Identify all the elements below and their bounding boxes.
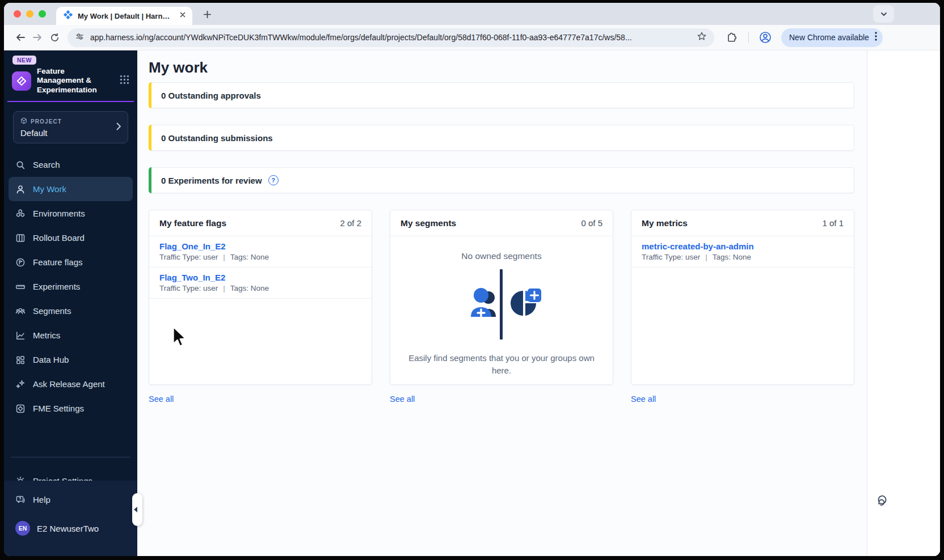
sidebar-item-label: Experiments [33, 282, 80, 291]
segments-empty-illustration [456, 267, 547, 344]
my-feature-flags-card: My feature flags 2 of 2 Flag_One_In_E2 T… [149, 210, 372, 385]
chrome-update-label: New Chrome available [789, 33, 869, 42]
tab-title: My Work | Default | Harness [78, 12, 174, 20]
flag-link[interactable]: Flag_Two_In_E2 [159, 273, 361, 282]
address-bar[interactable]: app.harness.io/ng/account/YWdkwNPiTceDUK… [68, 28, 714, 47]
sidebar-divider [11, 457, 130, 457]
card-count: 2 of 2 [340, 218, 361, 228]
sidebar-item-segments[interactable]: Segments [9, 299, 133, 323]
sidebar-item-metrics[interactable]: Metrics [9, 323, 133, 347]
sidebar: NEW Feature Management & Experimentation [4, 50, 137, 556]
sidebar-item-feature-flags[interactable]: Feature flags [9, 250, 133, 274]
browser-menu-icon[interactable] [875, 32, 877, 43]
see-all-metrics-link[interactable]: See all [631, 394, 656, 404]
sidebar-item-help[interactable]: Help [9, 487, 133, 512]
person-plus-glyph [471, 288, 496, 317]
url-text[interactable]: app.harness.io/ng/account/YWdkwNPiTceDUK… [90, 33, 691, 42]
tab-search-button[interactable] [873, 5, 894, 23]
my-metrics-card: My metrics 1 of 1 metric-created-by-an-a… [631, 210, 854, 385]
sidebar-accent-line [7, 101, 134, 102]
see-all-segments-link[interactable]: See all [390, 394, 415, 404]
extensions-icon[interactable] [723, 29, 740, 46]
browser-tab[interactable]: My Work | Default | Harness [56, 7, 192, 25]
empty-state-caption: Easily find segments that you or your gr… [402, 352, 601, 377]
profile-icon[interactable] [757, 29, 774, 46]
tags: Tags: None [230, 253, 269, 261]
window-controls [14, 10, 46, 18]
banner-text: 0 Outstanding submissions [161, 133, 273, 143]
sidebar-item-label: Rollout Board [33, 233, 85, 243]
chrome-update-button[interactable]: New Chrome available [781, 28, 883, 47]
help-icon[interactable]: ? [268, 175, 279, 185]
user-menu[interactable]: EN E2 NewuserTwo [9, 517, 133, 540]
sidebar-item-ask-release-agent[interactable]: Ask Release Agent [9, 372, 133, 396]
meta-separator: | [223, 253, 225, 261]
sidebar-header: NEW Feature Management & Experimentation [4, 50, 137, 101]
project-cube-icon [20, 116, 27, 126]
sidebar-item-search[interactable]: Search [9, 152, 133, 177]
fme-settings-icon [15, 404, 26, 414]
banner-accent [149, 82, 151, 108]
line-chart-icon [15, 330, 26, 341]
person-icon [15, 184, 26, 194]
sidebar-nav: Search My Work Environments Rollout Boar… [4, 152, 137, 421]
ruler-icon [15, 282, 26, 292]
close-window-button[interactable] [14, 10, 21, 18]
site-settings-icon[interactable] [75, 32, 85, 44]
back-button[interactable] [12, 29, 29, 46]
sidebar-item-label: Segments [33, 306, 71, 316]
banner-accent [149, 125, 151, 151]
sidebar-item-fme-settings[interactable]: FME Settings [9, 396, 133, 421]
donut-chart-plus-glyph [511, 289, 541, 316]
traffic-type: Traffic Type: user [642, 253, 700, 261]
new-tab-button[interactable] [200, 7, 214, 21]
data-hub-icon [15, 355, 26, 365]
avatar: EN [15, 521, 30, 536]
zoom-window-button[interactable] [39, 10, 46, 18]
sidebar-item-label: Ask Release Agent [33, 379, 105, 389]
browser-toolbar: app.harness.io/ng/account/YWdkwNPiTceDUK… [4, 25, 940, 50]
sidebar-item-data-hub[interactable]: Data Hub [9, 347, 133, 372]
card-count: 0 of 5 [581, 218, 602, 228]
sidebar-item-rollout-board[interactable]: Rollout Board [9, 226, 133, 250]
project-label: PROJECT [31, 118, 62, 125]
banner-outstanding-approvals: 0 Outstanding approvals [149, 82, 854, 108]
my-segments-card: My segments 0 of 5 No owned segments [390, 210, 613, 385]
project-selector[interactable]: PROJECT Default [13, 111, 128, 143]
sidebar-item-experiments[interactable]: Experiments [9, 274, 133, 299]
toolbar-right: New Chrome available [723, 28, 883, 47]
user-name: E2 NewuserTwo [37, 524, 99, 533]
metric-row: metric-created-by-an-admin Traffic Type:… [631, 236, 854, 268]
see-all-flags-link[interactable]: See all [149, 394, 174, 404]
browser-window: My Work | Default | Harness app.harness.… [4, 3, 940, 556]
banner-experiments-for-review: 0 Experiments for review ? [149, 167, 854, 193]
empty-state-title: No owned segments [461, 251, 541, 261]
feedback-chat-icon[interactable] [874, 494, 889, 511]
tags: Tags: None [713, 253, 751, 261]
tab-favicon-icon [64, 10, 73, 22]
reload-button[interactable] [46, 29, 63, 46]
metric-link[interactable]: metric-created-by-an-admin [642, 241, 844, 251]
flag-row: Flag_Two_In_E2 Traffic Type: user | Tags… [149, 268, 372, 299]
sidebar-item-environments[interactable]: Environments [9, 201, 133, 226]
product-title: Feature Management & Experimentation [37, 67, 105, 95]
forward-button[interactable] [29, 29, 46, 46]
project-name: Default [20, 128, 121, 138]
sidebar-item-my-work[interactable]: My Work [9, 177, 133, 201]
flag-circle-icon [15, 257, 26, 268]
sparkles-icon [15, 379, 26, 389]
card-title: My segments [401, 218, 456, 228]
meta-separator: | [223, 284, 225, 292]
help-chat-icon [15, 495, 26, 505]
tab-close-icon[interactable] [179, 11, 187, 21]
minimize-window-button[interactable] [26, 10, 33, 18]
sidebar-item-label: Feature flags [33, 257, 83, 267]
bookmark-star-icon[interactable] [697, 31, 707, 44]
card-count: 1 of 1 [822, 218, 844, 228]
flag-link[interactable]: Flag_One_In_E2 [159, 241, 361, 251]
flag-row: Flag_One_In_E2 Traffic Type: user | Tags… [149, 236, 372, 268]
page-title: My work [149, 58, 854, 77]
sidebar-collapse-handle[interactable] [132, 493, 142, 526]
sidebar-item-label: My Work [33, 184, 66, 194]
module-grid-icon[interactable] [120, 75, 129, 87]
